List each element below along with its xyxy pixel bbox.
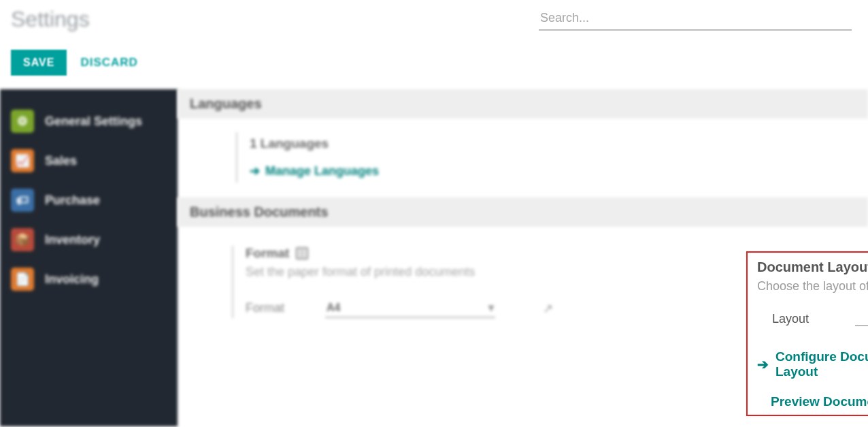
sidebar-item-invoicing[interactable]: 📄 Invoicing bbox=[0, 259, 178, 299]
format-block: Format Set the paper format of printed d… bbox=[178, 227, 558, 318]
sidebar-item-sales[interactable]: 📈 Sales bbox=[0, 141, 178, 180]
format-title: Format bbox=[246, 246, 289, 261]
sidebar-item-label: Inventory bbox=[45, 233, 100, 247]
layout-select[interactable]: ▾ bbox=[855, 311, 868, 326]
content-area: Languages 1 Languages ➔ Manage Languages… bbox=[178, 89, 868, 426]
actions-bar: SAVE DISCARD bbox=[11, 50, 857, 76]
sidebar-item-label: General Settings bbox=[45, 114, 142, 129]
document-layout-box: Document Layout Choose the layout of you… bbox=[746, 251, 868, 416]
settings-sidebar: ⚙ General Settings 📈 Sales 🏷 Purchase 📦 … bbox=[0, 89, 178, 426]
manage-languages-label: Manage Languages bbox=[265, 164, 379, 178]
format-select[interactable]: A4 ▾ bbox=[325, 298, 495, 318]
arrow-right-icon: ➔ bbox=[757, 356, 769, 373]
search-container bbox=[539, 7, 852, 31]
page-title: Settings bbox=[11, 7, 90, 32]
preview-document-link[interactable]: Preview Document bbox=[771, 394, 868, 409]
languages-count: 1 Languages bbox=[250, 136, 868, 151]
gear-icon: ⚙ bbox=[11, 110, 34, 133]
chart-icon: 📈 bbox=[11, 149, 34, 172]
save-button[interactable]: SAVE bbox=[11, 50, 67, 76]
configure-document-layout-link[interactable]: Configure Document Layout bbox=[775, 349, 868, 379]
languages-block: 1 Languages ➔ Manage Languages bbox=[178, 118, 868, 197]
caret-down-icon: ▾ bbox=[488, 301, 494, 314]
sidebar-item-purchase[interactable]: 🏷 Purchase bbox=[0, 180, 178, 220]
sidebar-item-label: Sales bbox=[45, 154, 77, 168]
sidebar-item-label: Invoicing bbox=[45, 272, 99, 287]
search-input[interactable] bbox=[539, 7, 852, 31]
document-layout-description: Choose the layout of your documents bbox=[757, 279, 868, 294]
layout-field-label: Layout bbox=[772, 312, 855, 326]
sidebar-item-general-settings[interactable]: ⚙ General Settings bbox=[0, 101, 178, 141]
format-description: Set the paper format of printed document… bbox=[246, 265, 558, 279]
document-icon: 📄 bbox=[11, 268, 34, 291]
tag-icon: 🏷 bbox=[11, 189, 34, 212]
format-field-label: Format bbox=[246, 301, 284, 315]
manage-languages-link[interactable]: ➔ Manage Languages bbox=[250, 163, 868, 178]
sidebar-item-label: Purchase bbox=[45, 193, 100, 208]
box-icon: 📦 bbox=[11, 228, 34, 251]
document-layout-title: Document Layout bbox=[757, 259, 868, 275]
section-heading-languages: Languages bbox=[178, 89, 868, 118]
discard-button[interactable]: DISCARD bbox=[80, 56, 137, 69]
arrow-right-icon: ➔ bbox=[250, 163, 260, 178]
external-link-icon[interactable]: ↗ bbox=[543, 301, 553, 316]
section-heading-business-documents: Business Documents bbox=[178, 197, 868, 227]
format-value: A4 bbox=[327, 302, 340, 314]
document-icon bbox=[296, 247, 308, 259]
sidebar-item-inventory[interactable]: 📦 Inventory bbox=[0, 220, 178, 259]
